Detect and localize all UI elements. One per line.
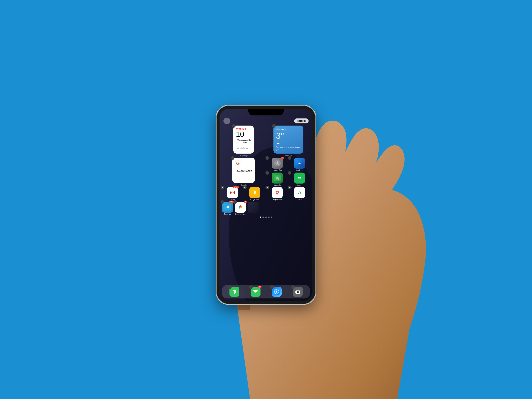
telegram-icon[interactable]: 5 734 bbox=[222, 202, 233, 213]
svg-rect-22 bbox=[254, 194, 255, 194]
apps-section: − G Поиск в Google Google bbox=[222, 158, 310, 186]
appstore-label: App Store bbox=[296, 169, 304, 171]
evernote-remove-btn[interactable]: − bbox=[266, 171, 269, 175]
dock: − − 29 bbox=[222, 285, 310, 298]
calendar-event: Трансляция Н... 18:00–19:00 bbox=[236, 139, 251, 146]
event-title: Трансляция Н... bbox=[237, 139, 251, 141]
apps-grid: − 1 bbox=[267, 158, 310, 186]
gphotos-app-wrap[interactable]: − 3 bbox=[235, 202, 246, 215]
maps-app-wrap[interactable]: − Google Maps bbox=[267, 187, 288, 201]
notch bbox=[248, 109, 284, 115]
google-widget-col: − G Поиск в Google Google bbox=[222, 158, 265, 186]
evernote-label: Evernote bbox=[274, 184, 281, 186]
maps-remove-btn[interactable]: − bbox=[266, 186, 269, 189]
svg-rect-4 bbox=[277, 161, 278, 162]
evernote-app-wrap[interactable]: − 🐘 Evernote bbox=[267, 172, 288, 186]
weather-description: Преимущественно облачно bbox=[276, 146, 301, 148]
settings-icon[interactable]: 1 bbox=[272, 158, 283, 169]
svg-rect-7 bbox=[279, 163, 279, 164]
calendar-widget[interactable]: − ВТОРНИК 10 Трансляция Н... 18:00–19:00 bbox=[233, 126, 254, 154]
weather-range: +4° ↓–1° bbox=[276, 149, 301, 151]
settings-label: Настройки bbox=[273, 169, 282, 171]
settings-remove-btn[interactable]: − bbox=[266, 156, 269, 160]
calendar-date: 10 bbox=[236, 131, 251, 138]
evernote-icon[interactable]: 🐘 bbox=[272, 172, 283, 184]
svg-text:A: A bbox=[298, 161, 301, 165]
google-search-label: Поиск в Google bbox=[235, 169, 252, 172]
phone-app-wrap[interactable]: − bbox=[229, 287, 239, 297]
appstore-remove-btn[interactable]: − bbox=[288, 156, 291, 160]
telegram-app-wrap[interactable]: − 5 734 Te bbox=[222, 202, 233, 215]
spotify-app-wrap[interactable]: − bbox=[289, 172, 310, 186]
widgets-row: − ВТОРНИК 10 Трансляция Н... 18:00–19:00 bbox=[222, 126, 310, 157]
drive-icon[interactable] bbox=[294, 187, 305, 198]
weather-widget[interactable]: − Москва ↑ 3° ☁ Преимущественно облачно bbox=[273, 126, 303, 154]
add-widget-button[interactable]: + bbox=[223, 118, 230, 124]
folder-wrap[interactable] bbox=[247, 202, 259, 215]
maps-icon[interactable] bbox=[272, 187, 283, 198]
keep-remove-btn[interactable]: − bbox=[243, 186, 247, 189]
weather-city: Москва ↑ bbox=[276, 128, 301, 131]
weather-remove-btn[interactable]: − bbox=[272, 124, 276, 128]
appstore-app-wrap[interactable]: − bbox=[289, 158, 310, 171]
phone-remove-btn[interactable]: − bbox=[228, 285, 232, 289]
event-info: Трансляция Н... 18:00–19:00 bbox=[237, 139, 251, 144]
messages-app-wrap[interactable]: − 29 bbox=[251, 287, 260, 297]
gmail-app-wrap[interactable]: − 10 017 bbox=[222, 187, 243, 201]
telegram-remove-btn[interactable]: − bbox=[221, 200, 224, 204]
svg-point-41 bbox=[297, 291, 298, 292]
iphone-device: + Готово − bbox=[216, 106, 316, 304]
messages-remove-btn[interactable]: − bbox=[249, 285, 253, 289]
gmail-badge: 10 017 bbox=[233, 186, 239, 188]
svg-point-27 bbox=[277, 191, 278, 193]
svg-rect-5 bbox=[277, 165, 278, 165]
done-button[interactable]: Готово bbox=[294, 119, 309, 123]
svg-point-20 bbox=[253, 191, 256, 193]
weather-cloud-icon: ☁ bbox=[276, 141, 301, 146]
google-remove-btn[interactable]: − bbox=[231, 156, 234, 160]
spotify-remove-btn[interactable]: − bbox=[288, 171, 291, 175]
google-widget-label: Google bbox=[241, 184, 247, 186]
top-controls-bar: + Готово bbox=[220, 118, 312, 124]
maps-label: Google Maps bbox=[272, 199, 283, 201]
page-dot-5 bbox=[271, 216, 272, 218]
svg-rect-6 bbox=[275, 163, 276, 164]
event-bar bbox=[236, 139, 236, 146]
spotify-icon[interactable] bbox=[294, 172, 305, 184]
keep-app-wrap[interactable]: − bbox=[245, 187, 265, 201]
svg-rect-42 bbox=[296, 291, 297, 291]
bottom-row-1: − 10 017 bbox=[222, 187, 310, 201]
gphotos-remove-btn[interactable]: − bbox=[233, 200, 237, 204]
telegram-label: Telegram bbox=[224, 213, 231, 215]
page-dot-1 bbox=[260, 216, 261, 218]
safari-app-wrap[interactable]: − bbox=[272, 287, 282, 297]
google-widget[interactable]: − G Поиск в Google bbox=[232, 158, 255, 183]
google-logo: G bbox=[235, 160, 241, 166]
camera-app-wrap[interactable]: − bbox=[293, 287, 303, 297]
calendar-widget-label: Календарь bbox=[239, 154, 249, 157]
appstore-icon[interactable]: A bbox=[294, 158, 305, 169]
messages-badge: 29 bbox=[258, 286, 261, 288]
gphotos-icon[interactable]: 3 bbox=[235, 202, 246, 213]
home-screen-content: − ВТОРНИК 10 Трансляция Н... 18:00–19:00 bbox=[222, 126, 310, 285]
weather-widget-label: Погода bbox=[285, 154, 291, 157]
drive-app-wrap[interactable]: − Диск bbox=[289, 187, 310, 201]
settings-app-wrap[interactable]: − 1 bbox=[267, 158, 288, 171]
gphotos-label: Google Фото bbox=[235, 213, 245, 215]
gmail-icon[interactable]: 10 017 bbox=[227, 187, 238, 198]
drive-label: Диск bbox=[298, 199, 302, 201]
svg-text:🐘: 🐘 bbox=[275, 176, 279, 180]
folder-icon[interactable] bbox=[247, 202, 259, 213]
weather-widget-col: − Москва ↑ 3° ☁ Преимущественно облачно bbox=[267, 126, 310, 157]
keep-icon[interactable] bbox=[249, 187, 260, 198]
spotify-label: Spotify bbox=[297, 184, 302, 186]
drive-remove-btn[interactable]: − bbox=[288, 186, 291, 189]
calendar-remove-btn[interactable]: − bbox=[232, 124, 235, 128]
gmail-remove-btn[interactable]: − bbox=[221, 186, 224, 189]
event-more: ещё 1 событие bbox=[236, 147, 251, 149]
apps-2x2-grid: − 1 bbox=[267, 158, 310, 186]
safari-remove-btn[interactable]: − bbox=[270, 285, 274, 289]
svg-rect-28 bbox=[296, 189, 303, 196]
camera-remove-btn[interactable]: − bbox=[291, 285, 295, 289]
page-dot-3 bbox=[265, 216, 267, 218]
